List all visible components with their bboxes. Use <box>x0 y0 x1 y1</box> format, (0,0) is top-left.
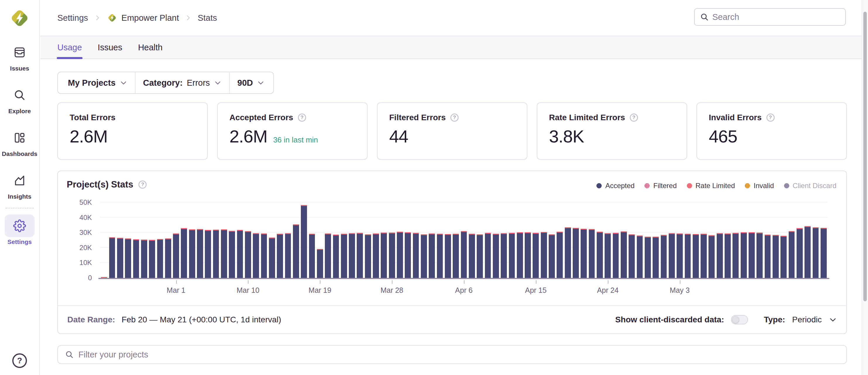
chart-bar[interactable] <box>181 228 187 278</box>
chart-bar[interactable] <box>317 249 323 278</box>
chart-bar[interactable] <box>117 238 123 278</box>
chart-bar[interactable] <box>724 233 731 278</box>
chart-bar[interactable] <box>133 239 139 278</box>
chart-bar[interactable] <box>709 235 715 278</box>
help-icon[interactable]: ? <box>767 114 775 122</box>
chart-bar[interactable] <box>341 234 347 278</box>
chart-bar[interactable] <box>685 234 691 278</box>
chart-bar[interactable] <box>429 233 435 278</box>
chart-bar[interactable] <box>189 229 195 278</box>
chart-bar[interactable] <box>261 233 267 278</box>
legend-item-invalid[interactable]: Invalid <box>745 182 774 190</box>
chart-bar[interactable] <box>701 234 707 278</box>
sidebar-item-issues[interactable]: Issues <box>0 41 39 72</box>
chart-bar[interactable] <box>165 239 171 278</box>
legend-item-rate-limited[interactable]: Rate Limited <box>687 182 735 190</box>
chart-bar[interactable] <box>405 232 411 278</box>
chart-bar[interactable] <box>581 229 587 278</box>
chart-bar[interactable] <box>629 234 635 278</box>
chart-bar[interactable] <box>525 232 531 278</box>
chart-bar[interactable] <box>797 228 803 278</box>
chart-bar[interactable] <box>557 232 563 278</box>
chart-bar[interactable] <box>717 233 723 278</box>
help-icon[interactable]: ? <box>451 114 459 122</box>
chart-bar[interactable] <box>413 233 419 278</box>
legend-item-accepted[interactable]: Accepted <box>596 182 634 190</box>
chart-bar[interactable] <box>109 237 115 278</box>
chart-bar[interactable] <box>805 226 811 278</box>
chart-bar[interactable] <box>325 233 331 278</box>
chart-bar[interactable] <box>477 234 483 278</box>
chart-bar[interactable] <box>661 235 667 278</box>
chart-bar[interactable] <box>421 234 427 278</box>
chart-bar[interactable] <box>461 231 467 278</box>
chart-bar[interactable] <box>373 233 379 278</box>
chart-bar[interactable] <box>269 238 275 278</box>
legend-item-client-discard[interactable]: Client Discard <box>784 182 836 190</box>
chart-bar[interactable] <box>773 235 779 278</box>
chart-bar[interactable] <box>237 230 243 278</box>
chart-bar[interactable] <box>653 237 659 278</box>
project-filter-input[interactable] <box>79 350 839 360</box>
help-button[interactable]: ? <box>12 353 27 368</box>
tab-issues[interactable]: Issues <box>98 36 122 59</box>
sidebar-item-settings[interactable]: Settings <box>0 214 39 245</box>
chart-bar[interactable] <box>589 229 595 278</box>
client-discard-toggle[interactable] <box>731 315 748 324</box>
chart-bar[interactable] <box>309 234 315 278</box>
chart-bar[interactable] <box>213 230 219 278</box>
chart-bar[interactable] <box>693 234 699 278</box>
date-range-selector[interactable]: 90D <box>230 72 273 93</box>
chart-bar[interactable] <box>509 233 515 278</box>
chart-bar[interactable] <box>677 233 683 278</box>
chart-bar[interactable] <box>453 234 459 278</box>
chart-bar[interactable] <box>221 229 227 278</box>
chart-bar[interactable] <box>285 233 291 278</box>
chart-bar[interactable] <box>173 233 179 278</box>
chart-bar[interactable] <box>445 234 451 278</box>
chart-bar[interactable] <box>349 233 355 278</box>
legend-item-filtered[interactable]: Filtered <box>644 182 677 190</box>
help-icon[interactable]: ? <box>630 114 638 122</box>
chart-plot-area[interactable] <box>100 202 828 278</box>
chart-bar[interactable] <box>205 230 211 278</box>
category-selector[interactable]: Category: Errors <box>135 72 229 93</box>
chart-bar[interactable] <box>517 232 523 278</box>
chart-bar[interactable] <box>333 235 339 278</box>
chart-bar[interactable] <box>637 236 643 278</box>
chart-bar[interactable] <box>789 231 795 278</box>
chart-bar[interactable] <box>813 227 819 278</box>
chart-bar[interactable] <box>645 237 651 278</box>
chevron-down-icon[interactable] <box>829 316 837 324</box>
chart-bar[interactable] <box>293 224 299 278</box>
type-value[interactable]: Periodic <box>792 315 822 324</box>
chart-bar[interactable] <box>485 233 491 278</box>
chart-bar[interactable] <box>820 228 827 278</box>
help-icon[interactable]: ? <box>138 181 147 189</box>
chart-bar[interactable] <box>229 231 235 278</box>
chart-bar[interactable] <box>365 234 371 278</box>
chart-bar[interactable] <box>613 233 619 278</box>
chart-bar[interactable] <box>541 232 547 278</box>
chart-bar[interactable] <box>157 239 163 278</box>
chart-bar[interactable] <box>389 232 395 278</box>
chart-bar[interactable] <box>469 234 475 278</box>
chart-bar[interactable] <box>397 232 403 278</box>
chart-bar[interactable] <box>253 233 259 278</box>
chart-bar[interactable] <box>549 234 555 278</box>
chart-bar[interactable] <box>493 234 499 278</box>
org-logo[interactable] <box>8 7 31 29</box>
scrollbar-thumb[interactable] <box>863 12 867 301</box>
help-icon[interactable]: ? <box>298 114 306 122</box>
chart-bar[interactable] <box>565 227 571 278</box>
chart-bar[interactable] <box>604 233 611 278</box>
sidebar-item-insights[interactable]: Insights <box>0 169 39 200</box>
chart-bar[interactable] <box>357 233 363 278</box>
chart-bar[interactable] <box>741 232 747 278</box>
chart-bar[interactable] <box>245 231 251 278</box>
chart-bar[interactable] <box>749 232 755 278</box>
tab-usage[interactable]: Usage <box>57 36 82 59</box>
breadcrumb-settings[interactable]: Settings <box>57 13 88 23</box>
breadcrumb-project[interactable]: Empower Plant <box>107 12 179 23</box>
chart-bar[interactable] <box>669 233 675 278</box>
